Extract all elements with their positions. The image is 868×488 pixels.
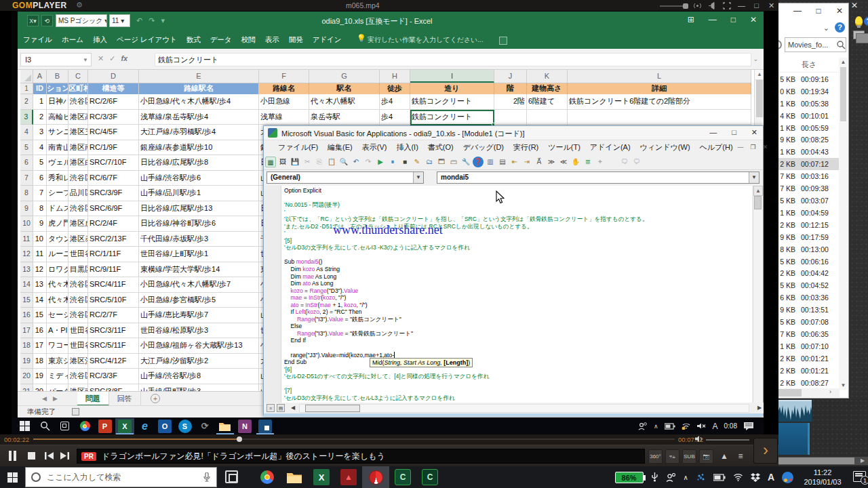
gom-sidebar-expand-button[interactable]: › <box>753 438 778 464</box>
vba-toolbar-icon[interactable]: ≪ <box>558 157 569 167</box>
gom-fullscreen-icon[interactable] <box>723 2 731 9</box>
timeline-scroll-right-icon[interactable]: ▶ <box>859 457 867 465</box>
cell-ward[interactable]: 渋谷区 <box>68 293 88 308</box>
cell-detail[interactable]: 鉄筋コンクリート6階建ての2階部分 <box>568 94 751 110</box>
row-header[interactable]: 7 <box>20 171 33 186</box>
start-button[interactable] <box>0 466 24 488</box>
video-powerpoint-icon[interactable]: P <box>98 420 112 433</box>
cell-ward[interactable]: 渋谷区 <box>68 201 88 217</box>
cell-structure[interactable]: SRC/3/8F <box>88 384 139 392</box>
vba-toolbar-icon[interactable]: ✦ <box>595 157 606 167</box>
gom-title-volume-slider[interactable] <box>660 5 687 7</box>
share-icon[interactable] <box>499 37 507 45</box>
cell-walk[interactable]: 歩4 <box>380 110 410 125</box>
vba-menu-item[interactable]: ファイル(F) <box>273 142 323 152</box>
taskbar-search-box[interactable]: ここに入力して検索 <box>25 467 217 487</box>
vba-toolbar-icon[interactable]: ⇤ <box>509 157 520 167</box>
cell-line[interactable]: 浅草線 <box>259 110 309 125</box>
dropbox-icon[interactable] <box>751 473 760 482</box>
column-header[interactable]: C <box>68 70 88 83</box>
row-header[interactable]: 2 <box>20 94 33 110</box>
gom-right-button[interactable]: ⫧⫨ <box>665 449 679 464</box>
cell-id[interactable]: 10 <box>33 232 47 247</box>
ribbon-tab[interactable]: 数式 <box>186 35 201 45</box>
vba-hscroll-thumb[interactable] <box>305 405 360 412</box>
pause-button[interactable] <box>8 451 17 461</box>
taskbar-folder-icon[interactable] <box>286 469 302 485</box>
cell-id[interactable]: 8 <box>33 201 47 217</box>
cell-structure[interactable]: RC/2/6F <box>88 94 139 110</box>
object-combo[interactable]: (General)▼ <box>267 171 424 184</box>
taskbar-gom-icon[interactable] <box>368 469 384 485</box>
cell-ward[interactable]: 渋谷区 <box>68 369 88 384</box>
cell-ward[interactable]: 目黒区 <box>68 262 88 278</box>
gom-speaker-icon[interactable] <box>695 435 703 443</box>
scroll-up-icon[interactable]: ▲ <box>753 186 763 196</box>
vba-toolbar-icon[interactable]: ≫ <box>546 157 557 167</box>
column-header[interactable]: D <box>88 70 139 83</box>
vba-toolbar-icon[interactable]: 🖼 <box>277 157 288 167</box>
video-ie-icon[interactable]: e <box>138 420 152 433</box>
cell-id[interactable]: 4 <box>33 140 47 156</box>
add-sheet-icon[interactable]: + <box>151 394 160 403</box>
row-header[interactable]: 5 <box>20 140 33 156</box>
vba-toolbar-icon[interactable]: ▦ <box>265 157 276 167</box>
vba-menu-item[interactable]: ウィンドウ(W) <box>635 142 695 152</box>
excel-minimize-button[interactable]: — <box>709 15 717 24</box>
vba-menu-item[interactable]: 実行(R) <box>509 142 543 152</box>
cell-line-station[interactable]: 大江戸線/汐留駅/歩2 <box>139 354 259 369</box>
row-header[interactable]: 3 <box>20 110 33 125</box>
cell-height[interactable] <box>527 110 568 125</box>
cell-mansion[interactable]: 代々木 <box>47 277 68 293</box>
cell-line-station[interactable]: 小田急線/代々木八幡駅/歩7 <box>139 277 259 293</box>
cell-line-station[interactable]: 山手線/恵比寿駅/歩7 <box>139 308 259 323</box>
video-search-icon[interactable] <box>38 420 52 433</box>
cell-mansion[interactable]: ミディ <box>47 369 68 384</box>
vba-titlebar[interactable]: Microsoft Visual Basic for Applications … <box>264 126 763 140</box>
cell-line-station[interactable]: 世田谷線/上町駅/歩1 <box>139 247 259 262</box>
column-header[interactable]: K <box>527 70 568 83</box>
explorer-hscroll-thumb[interactable] <box>778 389 802 396</box>
module-minimize-icon[interactable]: — <box>738 144 744 150</box>
explorer-close-button[interactable]: ✕ <box>835 6 844 16</box>
gom-titlebar[interactable]: GOMPLAYER ⚙ m065.mp4 — □ ✕ <box>0 0 778 12</box>
formula-bar-expand-icon[interactable]: ⌄ <box>753 56 758 62</box>
gom-maximize-button[interactable]: □ <box>752 1 761 10</box>
ribbon-tab[interactable]: 挿入 <box>93 35 107 45</box>
tray-chevron-icon[interactable]: ∧ <box>684 474 688 481</box>
task-view-button[interactable] <box>225 470 238 483</box>
vba-toolbar-icon[interactable]: ゟ <box>607 157 618 167</box>
cell-mansion[interactable]: パーク <box>47 384 68 392</box>
header-cell-line[interactable]: 路線名 <box>259 83 309 94</box>
row-header[interactable]: 10 <box>20 216 33 232</box>
cell-structure[interactable]: RC/2/4F <box>88 216 139 232</box>
insert-function-icon[interactable]: fx <box>121 54 127 63</box>
vba-toolbar-icon[interactable]: ▥ <box>485 157 496 167</box>
gom-minimize-button[interactable]: — <box>737 1 746 10</box>
battery-percentage[interactable]: 86% <box>615 472 644 483</box>
vba-toolbar-icon[interactable]: ✂ <box>302 157 313 167</box>
sheet-tab[interactable]: 回答 <box>109 392 141 406</box>
table-row[interactable]: 3 2 高輪ヒ 港区高 RC/3/3F 浅草線/泉岳寺駅/歩4 浅草線 泉岳寺駅… <box>20 110 760 125</box>
row-header[interactable]: 11 <box>20 232 33 247</box>
ribbon-tab[interactable]: ホーム <box>62 35 83 45</box>
cell-mansion[interactable]: ロワク <box>47 262 68 278</box>
blue-app-icon[interactable] <box>782 472 793 483</box>
cell-mansion[interactable]: タウン <box>47 232 68 247</box>
timeline-scrollbar[interactable]: ▶ <box>778 457 868 465</box>
vba-toolbar-icon[interactable]: ❓ <box>473 157 484 167</box>
row-header[interactable]: 18 <box>20 338 33 354</box>
vba-menu-item[interactable]: 挿入(I) <box>391 142 422 152</box>
battery-tray-icon[interactable] <box>713 474 726 481</box>
cell-structure[interactable]: SRC/2/13F <box>88 232 139 247</box>
cell-ward[interactable]: 世田谷区 <box>68 338 88 354</box>
sheet-nav-right-icon[interactable]: ▶ <box>53 395 58 402</box>
cell-ward[interactable]: 品川区 <box>68 186 88 201</box>
header-cell-station[interactable]: 駅名 <box>309 83 380 94</box>
cell-mansion[interactable]: 日神ハ <box>47 94 68 110</box>
row-header[interactable]: 21 <box>20 384 33 392</box>
column-header[interactable]: F <box>259 70 309 83</box>
video-taskview-icon[interactable] <box>58 420 72 433</box>
cell-structure[interactable]: SRC/5/11F <box>88 338 139 354</box>
gom-broadcast-icon[interactable] <box>693 2 702 9</box>
